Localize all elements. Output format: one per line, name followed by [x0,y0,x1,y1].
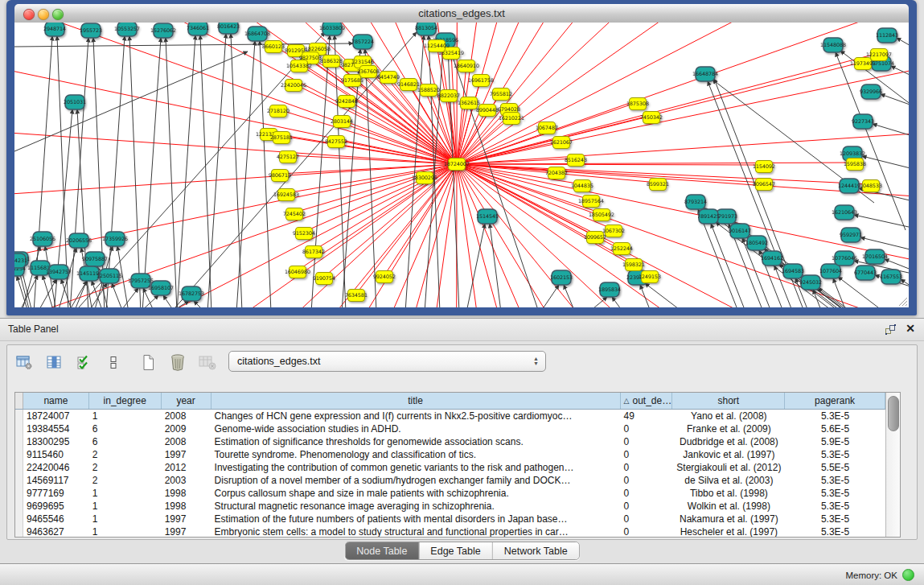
graph-node[interactable]: 1588520 [417,84,440,97]
graph-node[interactable]: 7955812 [490,89,512,101]
column-header-in_degree[interactable]: in_degree [89,393,162,409]
graph-node[interactable]: 2948714 [43,23,66,36]
network-canvas[interactable]: 2948714195572310553257152760627346061801… [14,23,909,307]
graph-node[interactable]: 1694162 [761,251,783,266]
new-column-button[interactable] [138,352,158,372]
graph-node[interactable]: 1154092 [753,161,775,173]
graph-node[interactable]: 7204387 [545,167,568,179]
graph-node[interactable]: 1895834 [598,282,621,297]
graph-node[interactable]: 2718120 [267,105,290,117]
graph-node[interactable]: 1514545 [476,209,499,224]
graph-node[interactable]: 9016147 [729,224,751,238]
close-panel-icon[interactable]: ✕ [906,322,915,335]
graph-node[interactable]: 2803144 [331,116,353,128]
graph-node[interactable]: 9245032 [799,275,822,290]
delete-columns-trash-button[interactable] [168,352,187,372]
row-height-button[interactable] [104,352,123,372]
graph-node[interactable]: 1244419 [838,179,860,193]
graph-node[interactable]: 8016423 [217,23,240,34]
graph-node[interactable]: 8454749 [377,72,400,84]
memory-status[interactable]: Memory: OK [845,569,914,581]
table-row[interactable]: 946554611997Estimation of the future num… [15,513,885,525]
resize-grip[interactable] [897,295,908,307]
graph-node[interactable]: 4275127 [277,151,299,163]
graph-node[interactable]: 8599321 [647,179,669,191]
tab-network-table[interactable]: Network Table [493,542,579,559]
graph-node[interactable]: 8617342 [302,246,325,258]
graph-node[interactable]: 1252244 [610,243,633,255]
graph-node[interactable]: 16046980 [285,266,310,278]
graph-node[interactable]: 9227343 [852,114,874,129]
column-header-name[interactable]: name [23,393,89,409]
graph-node[interactable]: 8516243 [565,154,587,167]
graph-node[interactable]: 10776046 [832,251,857,266]
table-row[interactable]: 969969511998Structural magnetic resonanc… [15,500,885,513]
column-header-year[interactable]: year [162,393,211,409]
graph-node[interactable]: 1099657 [584,232,606,244]
graph-node[interactable]: 10553257 [114,23,140,36]
graph-node[interactable]: 8096547 [753,179,775,191]
delete-table-button[interactable] [198,352,217,372]
tab-edge-table[interactable]: Edge Table [419,542,492,559]
table-row[interactable]: 911546021997Tourette syndrome. Phenomeno… [15,448,885,461]
show-columns-button[interactable] [44,352,64,372]
graph-node[interactable]: 17359926 [102,232,128,246]
tab-node-table[interactable]: Node Table [345,542,419,559]
graph-node[interactable]: 9190754 [313,273,335,285]
table-source-dropdown[interactable]: citations_edges.txt ▲▼ [228,351,546,372]
graph-node[interactable]: 9592971 [840,228,862,242]
graph-node[interactable]: 6770443 [854,266,877,280]
vertical-scrollbar[interactable] [885,393,900,537]
graph-node[interactable]: 8990448 [476,105,499,117]
graph-node[interactable]: 1112843 [876,28,898,43]
graph-node[interactable]: 1249153 [639,271,661,283]
graph-node[interactable]: 9924052 [373,271,396,283]
graph-node[interactable]: 7634581 [345,290,368,302]
graph-node[interactable]: 2875181 [270,132,293,144]
table-row[interactable]: 1938455462009Genome-wide association stu… [15,422,885,435]
graph-node[interactable]: 7245402 [283,208,306,220]
graph-node[interactable]: 1621067 [550,137,573,149]
graph-node[interactable]: 20206556 [66,233,92,248]
float-panel-icon[interactable] [885,323,897,336]
graph-node[interactable]: 2051031 [64,95,86,109]
graph-node[interactable]: 90975887 [82,252,108,266]
graph-node[interactable]: 16648784 [692,67,718,81]
graph-node[interactable]: 8427552 [325,136,347,148]
column-header-pagerank[interactable]: pagerank [785,393,885,409]
graph-node[interactable]: 7891425 [697,209,720,224]
graph-node[interactable]: 1602153 [550,270,573,285]
table-row[interactable]: 1456911722003Disruption of a novel membe… [15,474,885,487]
graph-node[interactable]: 12505115 [97,269,122,283]
graph-node[interactable]: 25106056 [30,232,55,246]
graph-node[interactable]: 9806713 [269,170,291,182]
graph-node[interactable]: 16782753 [179,286,204,301]
column-header-title[interactable]: title [211,393,621,409]
graph-node[interactable]: 1694583 [782,264,804,278]
window-titlebar[interactable]: citations_edges.txt [14,4,909,23]
graph-node[interactable]: 1595838 [844,159,866,171]
graph-node[interactable]: 16033809 [319,23,345,35]
graph-node[interactable]: 8813054 [415,23,437,35]
graph-node[interactable]: 7346061 [187,23,209,35]
graph-node[interactable]: 1805492 [745,236,768,250]
table-row[interactable]: 2242004622012Investigating the contribut… [15,461,885,474]
graph-node[interactable]: 13942757 [46,265,72,279]
graph-node[interactable]: 1048533 [860,180,882,192]
graph-node[interactable]: 9175685 [341,75,363,87]
table-row[interactable]: 946362711997Embryonic stem cells: a mode… [15,525,885,537]
table-row[interactable]: 1872400712008Changes of HCN gene express… [15,410,885,422]
graph-node[interactable]: 17016504 [862,249,888,264]
graph-node[interactable]: 9146821 [397,79,420,91]
scrollbar-thumb[interactable] [888,396,899,431]
graph-node[interactable]: 1044835 [571,180,593,192]
graph-node[interactable]: 8822037 [437,90,460,102]
graph-node[interactable]: 16958107 [148,281,174,295]
graph-node[interactable]: 1875308 [626,98,649,110]
graph-node[interactable]: 9329966 [860,84,882,99]
column-header-short[interactable]: short [672,393,785,409]
table-row[interactable]: 977716911998Corpus callosum shape and si… [15,487,885,500]
graph-node[interactable]: 15276062 [150,23,176,38]
graph-node[interactable]: 8793214 [684,195,707,209]
graph-node[interactable]: 1955723 [80,23,102,38]
